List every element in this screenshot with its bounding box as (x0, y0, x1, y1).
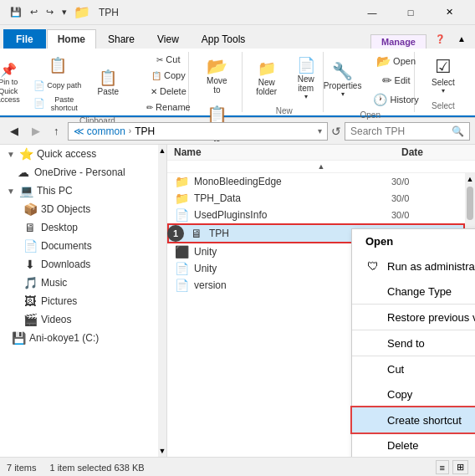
forward-button[interactable]: ▶ (27, 121, 45, 141)
ctx-copy[interactable]: Copy (352, 381, 475, 407)
rename-icon: ✏ (146, 103, 153, 112)
sidebar-label-videos: Videos (41, 314, 71, 325)
minimize-button[interactable]: — (353, 0, 391, 25)
ctx-cut-label: Cut (387, 363, 404, 376)
close-button[interactable]: ✕ (430, 0, 468, 25)
ctx-create-shortcut-label: Create shortcut (387, 414, 462, 427)
sidebar-item-onedrive[interactable]: ☁ OneDrive - Personal (0, 163, 158, 182)
sidebar-item-documents[interactable]: 📄 Documents (0, 237, 158, 255)
move-to-button[interactable]: 📂 Move to (199, 52, 235, 99)
ribbon-group-organise: 📂 Move to 📋 Copy to Organise (192, 52, 243, 112)
ctx-create-shortcut[interactable]: Create shortcut 2 (352, 407, 475, 432)
new-folder-button[interactable]: 📁 Newfolder (246, 57, 288, 100)
ctx-run-admin[interactable]: 🛡 Run as administrator (352, 253, 475, 279)
properties-icon: 🔧 (332, 63, 353, 79)
search-input[interactable] (350, 125, 448, 137)
videos-icon: 🎬 (23, 313, 37, 326)
ctx-open[interactable]: Open (352, 229, 475, 253)
column-name[interactable]: Name (174, 146, 401, 158)
file-scroll-up[interactable]: ▲ (465, 173, 475, 185)
file-item-monobleedingedge[interactable]: 📁 MonoBleedingEdge 30/0 (167, 173, 465, 190)
ribbon-group-new: 📁 Newfolder 📄 New item ▾ New (246, 52, 324, 112)
ribbon-help-btn[interactable]: ❓ (430, 28, 450, 49)
sidebar-label-onedrive: OneDrive - Personal (34, 166, 125, 178)
pin-label: Pin to Quickaccess (0, 78, 23, 105)
tab-share[interactable]: Share (97, 29, 146, 49)
paste-shortcut-button[interactable]: 📄 Paste shortcut (29, 94, 85, 114)
pin-quick-access-button[interactable]: 📌 Pin to Quickaccess (0, 58, 28, 109)
scroll-down-btn[interactable]: ▼ (157, 445, 167, 457)
maximize-button[interactable]: □ (391, 0, 430, 25)
file-item-tph-data[interactable]: 📁 TPH_Data 30/0 (167, 190, 465, 207)
ribbon-collapse-btn[interactable]: ▲ (452, 28, 472, 49)
file-date-tph-data: 30/0 (391, 193, 458, 203)
delete-icon: ✕ (151, 87, 157, 96)
tab-app-tools[interactable]: App Tools (191, 29, 256, 49)
qat-save-btn[interactable]: 💾 (7, 5, 25, 19)
list-scroll-up[interactable]: ▲ (167, 161, 475, 173)
sidebar-content: ▼ ⭐ Quick access ☁ OneDrive - Personal ▼… (0, 145, 166, 347)
sidebar-item-downloads[interactable]: ⬇ Downloads (0, 255, 158, 274)
tab-manage[interactable]: Manage (370, 34, 426, 49)
sidebar-item-c-drive[interactable]: 💾 Ani-okoye1 (C:) (0, 329, 158, 347)
properties-button[interactable]: 🔧 Properties ▾ (318, 59, 368, 102)
up-button[interactable]: ↑ (49, 121, 64, 141)
qat-redo-btn[interactable]: ↪ (43, 5, 57, 19)
file-item-usedpluginsinfo[interactable]: 📄 UsedPluginsInfo 30/0 (167, 207, 465, 223)
sidebar-item-music[interactable]: 🎵 Music (0, 274, 158, 292)
sidebar-label-pictures: Pictures (41, 295, 77, 307)
tab-file[interactable]: File (3, 29, 46, 49)
details-view-btn[interactable]: ⊞ (452, 460, 468, 474)
ctx-send-to[interactable]: Send to › (352, 330, 475, 356)
tab-view[interactable]: View (146, 29, 190, 49)
send-to-icon (365, 335, 381, 351)
ctx-cut[interactable]: Cut (352, 356, 475, 381)
sidebar-label-desktop: Desktop (41, 222, 78, 233)
list-view-btn[interactable]: ≡ (436, 460, 449, 474)
sidebar-item-desktop[interactable]: 🖥 Desktop (0, 218, 158, 237)
scroll-up-btn[interactable]: ▲ (157, 145, 167, 156)
file-name-usedpluginsinfo: UsedPluginsInfo (194, 209, 386, 221)
ctx-restore[interactable]: Restore previous versions (352, 305, 475, 330)
select-buttons: ☑ Select ▾ (422, 52, 464, 100)
address-bar[interactable]: ≪ common › TPH ▾ (68, 122, 329, 141)
sidebar-item-quick-access[interactable]: ▼ ⭐ Quick access (0, 145, 158, 163)
sidebar-item-3d-objects[interactable]: 📦 3D Objects (0, 200, 158, 218)
select-button[interactable]: ☑ Select ▾ (422, 54, 464, 99)
edit-button[interactable]: ✏ Edit (369, 71, 422, 90)
back-button[interactable]: ◀ (5, 121, 23, 141)
folder-icon-mono: 📁 (174, 175, 189, 188)
sidebar-label-this-pc: This PC (37, 185, 73, 197)
refresh-button[interactable]: ↺ (331, 125, 341, 138)
sidebar-scrollbar[interactable]: ▲ ▼ (158, 145, 166, 457)
tab-home[interactable]: Home (47, 29, 96, 49)
sidebar-item-pictures[interactable]: 🖼 Pictures (0, 292, 158, 310)
qat-dropdown-btn[interactable]: ▾ (59, 5, 70, 19)
create-shortcut-icon (365, 412, 381, 427)
open-button[interactable]: 📂 Open (369, 52, 422, 70)
history-icon: 🕐 (373, 93, 387, 106)
open-history-button[interactable]: 🕐 History (369, 90, 422, 109)
status-bar: 7 items 1 item selected 638 KB ≡ ⊞ (0, 457, 475, 476)
paste-icon: 📋 (99, 70, 117, 85)
copy-button[interactable]: 📋 (41, 54, 74, 79)
sidebar-item-this-pc[interactable]: ▼ 💻 This PC (0, 182, 158, 200)
sidebar-label-quick-access: Quick access (37, 148, 96, 160)
qat-undo-btn[interactable]: ↩ (27, 5, 41, 19)
ctx-run-admin-label: Run as administrator (387, 260, 475, 273)
sidebar-item-videos[interactable]: 🎬 Videos (0, 310, 158, 329)
column-date[interactable]: Date (401, 146, 468, 158)
ribbon: File Home Share View App Tools Manage ❓ … (0, 25, 475, 118)
file-icon-tph: 🖥 (189, 227, 204, 240)
ctx-change-type[interactable]: Change Type (352, 279, 475, 305)
ctx-restore-label: Restore previous versions (387, 311, 475, 324)
scroll-thumb[interactable] (467, 187, 473, 220)
copy-path-button[interactable]: 📄 Copy path (29, 79, 85, 93)
search-bar[interactable]: 🔍 (345, 122, 470, 141)
address-current: TPH (135, 125, 155, 137)
ctx-delete[interactable]: Delete (352, 432, 475, 457)
delete-ctx-icon (365, 438, 381, 453)
search-icon: 🔍 (452, 125, 464, 137)
file-date-usedpluginsinfo: 30/0 (391, 210, 458, 220)
paste-button[interactable]: 📋 Paste (87, 66, 129, 100)
